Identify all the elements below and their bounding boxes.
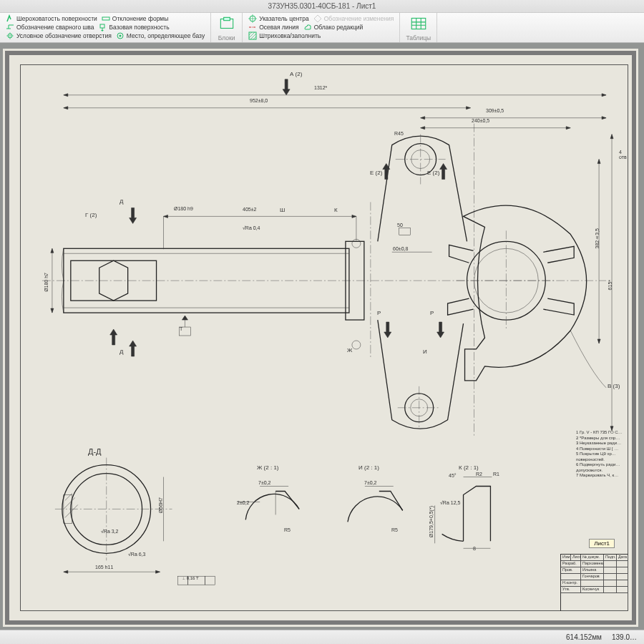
form-dev-icon <box>102 14 110 23</box>
ribbon: Шероховатость поверхности Отклонение фор… <box>0 13 644 43</box>
sec-D1: Д <box>119 198 123 205</box>
cmd-cloud[interactable]: Облако редакций <box>302 23 365 31</box>
i-7: 7±0,2 <box>364 480 376 485</box>
center-icon <box>248 14 257 23</box>
hatch-icon <box>248 31 257 40</box>
sec-I: И <box>423 348 427 355</box>
dim-240: 240±0,5 <box>472 118 489 123</box>
dim-405: 405±2 <box>243 207 256 212</box>
cmd-datum[interactable]: Базовая поверхность <box>97 23 170 31</box>
sec-E1: Е (2) <box>370 170 382 176</box>
drawing-sheet: 1312* 952±8,0 309±0,5 240±0,5 405±2 Ø180… <box>6 52 635 624</box>
sec-K: К <box>334 207 338 213</box>
axis-icon <box>248 23 257 31</box>
dim-952: 952±8,0 <box>250 98 268 103</box>
canvas[interactable]: 1312* 952±8,0 309±0,5 240±0,5 405±2 Ø180… <box>0 43 644 630</box>
title-bar: 373УН35.0301-40СБ-181 - Лист1 <box>0 0 644 13</box>
title-block: ИзмЛист№ докум.Подп.Дата Разраб.Пархомен… <box>560 554 628 611</box>
cmd-tables[interactable] <box>409 14 428 33</box>
dim-d180h9: Ø180 h9 <box>174 206 193 211</box>
cmd-form-deviation[interactable]: Отклонение формы <box>100 14 170 23</box>
cmd-change[interactable]: Обозначение изменения <box>312 14 396 23</box>
dd-ra63: √Ra 6,3 <box>128 552 145 557</box>
status-bar: 614.152мм 139.0… <box>0 630 644 644</box>
cmd-roughness[interactable]: Шероховатость поверхности <box>4 14 99 23</box>
svg-rect-9 <box>411 18 426 29</box>
cmd-axis[interactable]: Осевая линия <box>247 23 300 31</box>
k-8: 8 <box>473 546 476 551</box>
holes4: 4 отв <box>619 150 628 160</box>
det-Zh: Ж (2 : 1) <box>257 464 279 471</box>
sec-G: Г (2) <box>85 212 97 218</box>
cmd-hole[interactable]: Условное обозначение отверстия <box>4 31 113 40</box>
cmd-hatch[interactable]: Штриховка/заполнить <box>247 31 322 40</box>
ribbon-group-annotations: Шероховатость поверхности Отклонение фор… <box>0 13 211 42</box>
sec-Zh: Ж <box>347 347 352 353</box>
change-icon <box>313 14 322 23</box>
sec-R2: Р <box>430 310 434 316</box>
cmd-weld[interactable]: Обозначение сварного шва <box>4 23 95 31</box>
det-I: И (2 : 1) <box>358 464 379 471</box>
sec-Sh: Ш <box>280 207 285 213</box>
cmd-center[interactable]: Указатель центра <box>247 14 311 23</box>
sec-A: А (2) <box>290 71 302 77</box>
dim-60: 60±0,8 <box>393 246 408 251</box>
dim-615: 615* <box>608 280 613 290</box>
weld-icon <box>6 23 14 31</box>
k-ra125: √Ra 12,5 <box>440 500 460 505</box>
zh-r5: R5 <box>284 527 291 532</box>
dim-overall: 1312* <box>314 85 327 90</box>
datum-T: Т <box>180 326 182 331</box>
k-d179: Ø179,5+0,5(*) <box>429 506 434 537</box>
datum-icon <box>98 23 107 31</box>
status-x: 614.152мм <box>566 633 602 641</box>
sec-E2: Е (2) <box>427 170 439 176</box>
sec-B: В (3) <box>608 383 620 389</box>
svg-point-20 <box>352 341 361 349</box>
sec-R1: Р <box>377 310 381 316</box>
svg-rect-0 <box>102 17 109 20</box>
cmd-datum-loc[interactable]: Место, определяющее базу <box>114 31 206 40</box>
roughness-icon <box>6 14 14 23</box>
hole-icon <box>6 31 14 40</box>
svg-rect-43 <box>399 228 411 235</box>
det-K: К (2 : 1) <box>459 464 479 471</box>
drawing-frame: 1312* 952±8,0 309±0,5 240±0,5 405±2 Ø180… <box>20 64 628 611</box>
ra04: √Ra 0,4 <box>243 225 260 230</box>
k-45: 45° <box>449 473 457 478</box>
svg-rect-1 <box>100 24 104 28</box>
svg-point-4 <box>119 35 121 37</box>
sec-D2: Д <box>119 348 123 355</box>
dd-d56: Ø56H7 <box>158 497 163 513</box>
k-r1: R1 <box>493 472 499 477</box>
dim-r45: R45 <box>394 131 404 136</box>
cmd-blocks[interactable] <box>218 14 236 33</box>
sheet-tab[interactable]: Лист1 <box>589 539 615 548</box>
d180: Ø180 h7 <box>44 273 49 292</box>
dim-309: 309±0,5 <box>486 108 504 113</box>
ribbon-group-tables: Таблицы <box>400 13 437 42</box>
dd-165: 165 h11 <box>95 565 113 570</box>
svg-rect-8 <box>249 32 256 39</box>
zh-7: 7±0,2 <box>258 480 270 485</box>
det-DD: Д-Д <box>88 447 102 456</box>
svg-rect-54 <box>205 576 215 585</box>
svg-rect-6 <box>223 17 230 20</box>
i-r5: R5 <box>391 527 398 532</box>
zh-2: 2±0,2 <box>237 500 249 505</box>
status-y: 139.0… <box>612 633 637 641</box>
datum-loc-icon <box>116 31 125 40</box>
ribbon-group-blocks: Блоки <box>211 13 243 42</box>
dd-ra32: √Ra 3,2 <box>101 529 118 534</box>
fcf: ⟂ 0,16 Т <box>182 576 199 580</box>
dim-50: 50 <box>397 223 403 228</box>
cloud-icon <box>303 23 312 31</box>
dim-382: 382±3,5 <box>595 228 600 248</box>
k-r2: R2 <box>476 472 482 477</box>
tech-notes: 1 Гр. V - КП 735 ГО С…2 *Размеры для спр… <box>576 430 626 479</box>
ribbon-group-marks: Указатель центра Обозначение изменения О… <box>243 13 400 42</box>
